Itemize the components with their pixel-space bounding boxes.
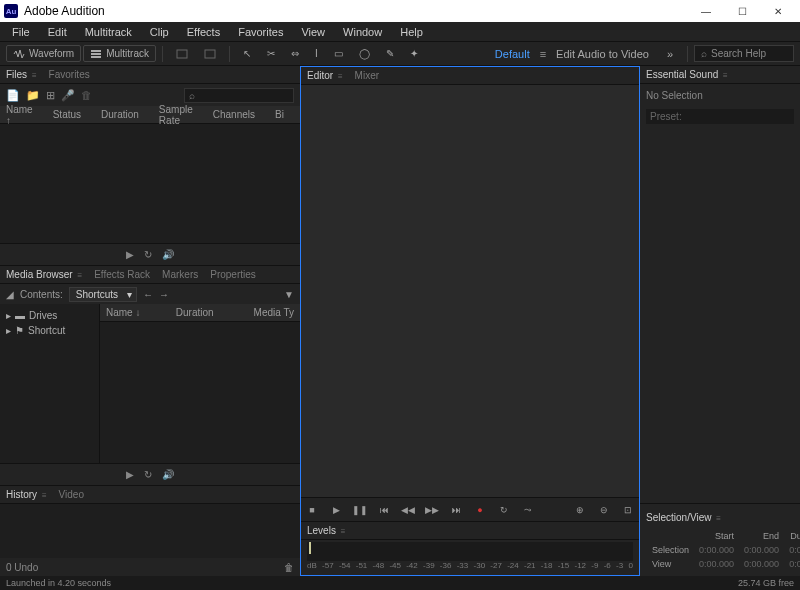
app-icon: Au <box>4 4 18 18</box>
sel-start[interactable]: 0:00.000 <box>695 544 738 556</box>
chevron-right-icon: ▸ <box>6 310 11 321</box>
fast-forward-button[interactable]: ▶▶ <box>424 502 440 518</box>
tool-lasso-button[interactable]: ◯ <box>352 45 377 62</box>
tool-marquee-button[interactable]: ▭ <box>327 45 350 62</box>
files-search-input[interactable]: ⌕ <box>184 88 294 103</box>
pause-button[interactable]: ❚❚ <box>352 502 368 518</box>
tab-history[interactable]: History ≡ <box>6 487 47 502</box>
menu-effects[interactable]: Effects <box>179 24 228 40</box>
media-tree[interactable]: ▸ ▬ Drives ▸ ⚑ Shortcut <box>0 304 100 463</box>
files-play-button[interactable]: ▶ <box>126 249 134 260</box>
selection-view-panel: Selection/View ≡ StartEndDuration Select… <box>640 503 800 576</box>
view-end[interactable]: 0:00.000 <box>740 558 783 570</box>
files-list-area[interactable] <box>0 124 300 243</box>
minimize-button[interactable]: — <box>688 1 724 21</box>
tab-levels[interactable]: Levels ≡ <box>307 523 345 538</box>
tab-editor[interactable]: Editor ≡ <box>307 68 343 83</box>
skip-button[interactable]: ⤳ <box>520 502 536 518</box>
sel-end[interactable]: 0:00.000 <box>740 544 783 556</box>
menu-clip[interactable]: Clip <box>142 24 177 40</box>
workspace-menu-icon[interactable]: ≡ <box>540 48 546 60</box>
filter-icon[interactable]: ▼ <box>284 289 294 300</box>
tree-item-drives[interactable]: ▸ ▬ Drives <box>4 308 95 323</box>
close-button[interactable]: ✕ <box>760 1 796 21</box>
levels-meter[interactable] <box>307 542 633 561</box>
media-loop-button[interactable]: ↻ <box>144 469 152 480</box>
trash-icon[interactable]: 🗑 <box>284 562 294 573</box>
prev-button[interactable]: ⏮ <box>376 502 392 518</box>
workspace-edit-audio[interactable]: Edit Audio to Video <box>548 46 657 62</box>
open-folder-icon[interactable]: 📁 <box>26 89 40 102</box>
tab-effects-rack[interactable]: Effects Rack <box>94 267 150 282</box>
tab-video[interactable]: Video <box>59 487 84 502</box>
tool-heal-button[interactable]: ✦ <box>403 45 425 62</box>
delete-file-icon[interactable]: 🗑 <box>81 89 92 101</box>
move-icon: ↖ <box>243 48 251 59</box>
media-autoplay-button[interactable]: 🔊 <box>162 469 174 480</box>
tool-razor-button[interactable]: ✂ <box>260 45 282 62</box>
tab-properties[interactable]: Properties <box>210 267 256 282</box>
tree-item-shortcut[interactable]: ▸ ⚑ Shortcut <box>4 323 95 338</box>
tool-brush-button[interactable]: ✎ <box>379 45 401 62</box>
workspace-default[interactable]: Default <box>487 46 538 62</box>
new-file-icon[interactable]: ⊞ <box>46 89 55 102</box>
open-file-icon[interactable]: 📄 <box>6 89 20 102</box>
menu-file[interactable]: File <box>4 24 38 40</box>
tab-favorites[interactable]: Favorites <box>49 67 90 82</box>
contents-dropdown[interactable]: Shortcuts ▾ <box>69 287 137 302</box>
tool-preview-button[interactable] <box>197 46 223 62</box>
menu-window[interactable]: Window <box>335 24 390 40</box>
tool-slip-button[interactable]: ⇔ <box>284 45 306 62</box>
tool-move-button[interactable]: ↖ <box>236 45 258 62</box>
play-button[interactable]: ▶ <box>328 502 344 518</box>
multitrack-view-button[interactable]: Multitrack <box>83 45 156 62</box>
menu-favorites[interactable]: Favorites <box>230 24 291 40</box>
history-footer: 0 Undo 🗑 <box>0 558 300 576</box>
menu-edit[interactable]: Edit <box>40 24 75 40</box>
maximize-button[interactable]: ☐ <box>724 1 760 21</box>
menu-help[interactable]: Help <box>392 24 431 40</box>
zoom-out-button[interactable]: ⊖ <box>596 502 612 518</box>
loop-button[interactable]: ↻ <box>496 502 512 518</box>
col-name: Name ↑ <box>6 104 33 126</box>
record-button[interactable]: ● <box>472 502 488 518</box>
tab-essential-sound[interactable]: Essential Sound ≡ <box>646 67 728 82</box>
files-column-header[interactable]: Name ↑ Status Duration Sample Rate Chann… <box>0 106 300 124</box>
files-autoplay-button[interactable]: 🔊 <box>162 249 174 260</box>
zoom-in-button[interactable]: ⊕ <box>572 502 588 518</box>
view-start[interactable]: 0:00.000 <box>695 558 738 570</box>
tab-files[interactable]: Files ≡ <box>6 67 37 82</box>
status-disk-free: 25.74 GB free <box>738 578 794 588</box>
next-button[interactable]: ⏭ <box>448 502 464 518</box>
tab-markers[interactable]: Markers <box>162 267 198 282</box>
files-transport: ▶ ↻ 🔊 <box>0 243 300 265</box>
media-column-header[interactable]: Name ↓ Duration Media Ty <box>100 304 300 322</box>
tool-time-button[interactable]: I <box>308 45 325 62</box>
editor-canvas[interactable] <box>301 85 639 497</box>
forward-button[interactable]: → <box>159 289 169 300</box>
tab-mixer[interactable]: Mixer <box>355 68 379 83</box>
view-duration[interactable]: 0:00.000 <box>785 558 800 570</box>
media-play-button[interactable]: ▶ <box>126 469 134 480</box>
media-list-area[interactable] <box>100 322 300 463</box>
tab-selection-view[interactable]: Selection/View ≡ <box>646 510 721 525</box>
preset-dropdown[interactable]: Preset: <box>646 109 794 124</box>
media-transport: ▶ ↻ 🔊 <box>0 463 300 485</box>
tool-spectral-button[interactable] <box>169 46 195 62</box>
drive-icon[interactable]: ◢ <box>6 289 14 300</box>
workspace-expand[interactable]: » <box>659 46 681 62</box>
search-help-input[interactable]: ⌕ Search Help <box>694 45 794 62</box>
record-file-icon[interactable]: 🎤 <box>61 89 75 102</box>
waveform-view-button[interactable]: Waveform <box>6 45 81 62</box>
menu-multitrack[interactable]: Multitrack <box>77 24 140 40</box>
media-contents-bar: ◢ Contents: Shortcuts ▾ ← → ▼ <box>0 284 300 304</box>
history-list[interactable] <box>0 504 300 558</box>
rewind-button[interactable]: ◀◀ <box>400 502 416 518</box>
tab-media-browser[interactable]: Media Browser ≡ <box>6 267 82 282</box>
zoom-full-button[interactable]: ⊡ <box>620 502 636 518</box>
menu-view[interactable]: View <box>293 24 333 40</box>
stop-button[interactable]: ■ <box>304 502 320 518</box>
sel-duration[interactable]: 0:00.000 <box>785 544 800 556</box>
back-button[interactable]: ← <box>143 289 153 300</box>
files-loop-button[interactable]: ↻ <box>144 249 152 260</box>
